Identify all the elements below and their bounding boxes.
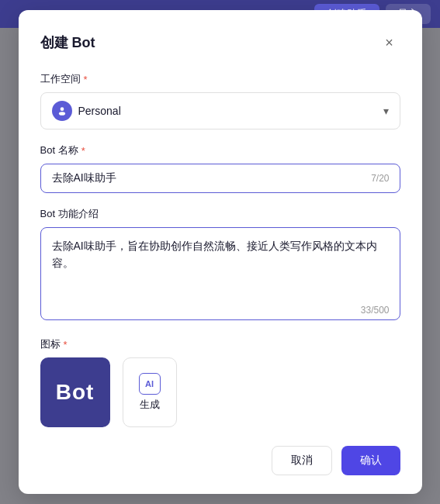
close-button[interactable]: × — [379, 32, 400, 54]
generate-icon-label: 生成 — [140, 398, 160, 412]
workspace-field-group: 工作空间 * Personal ▾ — [40, 72, 400, 129]
bot-icon-preview[interactable]: Bot — [40, 357, 110, 427]
bot-desc-textarea[interactable] — [40, 227, 400, 320]
confirm-button[interactable]: 确认 — [341, 446, 400, 475]
close-icon: × — [385, 35, 393, 51]
generate-icon-button[interactable]: AI 生成 — [123, 357, 177, 427]
bot-name-char-count: 7/20 — [371, 173, 389, 184]
create-bot-modal: 创建 Bot × 工作空间 * Personal — [19, 10, 422, 494]
modal-header: 创建 Bot × — [40, 32, 400, 54]
workspace-avatar — [52, 101, 72, 121]
icon-label: 图标 * — [40, 337, 400, 351]
bot-desc-textarea-wrapper: 33/500 — [40, 227, 400, 323]
ai-generate-icon: AI — [139, 373, 161, 395]
workspace-required-star: * — [84, 74, 88, 85]
modal-title: 创建 Bot — [40, 33, 95, 52]
icon-required-star: * — [64, 339, 68, 350]
icon-options: Bot AI 生成 — [40, 357, 400, 427]
svg-point-0 — [60, 107, 64, 111]
bot-desc-label: Bot 功能介绍 — [40, 207, 400, 221]
workspace-select[interactable]: Personal ▾ — [40, 92, 400, 129]
workspace-value: Personal — [78, 105, 121, 117]
bot-name-input-wrapper: 7/20 — [40, 164, 400, 193]
modal-footer: 取消 确认 — [40, 446, 400, 475]
bot-name-label: Bot 名称 * — [40, 143, 400, 157]
bot-name-field-group: Bot 名称 * 7/20 — [40, 143, 400, 193]
bot-name-input[interactable] — [40, 164, 400, 193]
workspace-label: 工作空间 * — [40, 72, 400, 86]
bot-desc-char-count: 33/500 — [361, 305, 390, 316]
modal-overlay: 创建助手 导入 创建 Bot × 工作空间 * — [0, 0, 440, 504]
bot-name-required-star: * — [81, 145, 85, 157]
cancel-button[interactable]: 取消 — [272, 446, 332, 475]
bot-icon-text: Bot — [56, 380, 95, 405]
workspace-select-left: Personal — [52, 101, 121, 121]
icon-section: 图标 * Bot AI 生成 — [40, 337, 400, 427]
svg-point-1 — [58, 112, 64, 116]
bot-desc-field-group: Bot 功能介绍 33/500 — [40, 207, 400, 323]
chevron-down-icon: ▾ — [383, 105, 389, 117]
